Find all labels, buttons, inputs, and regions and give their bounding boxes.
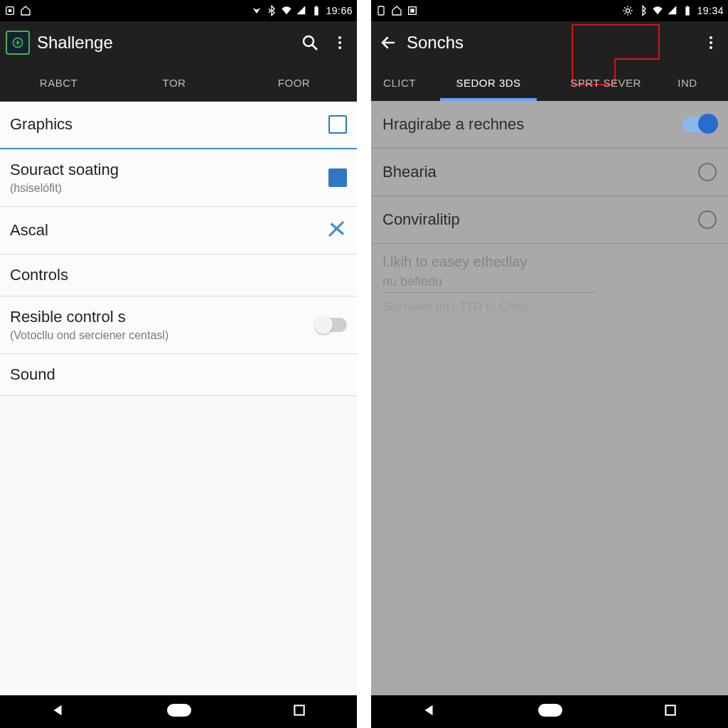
svg-point-19 [710, 41, 712, 44]
radio-conviralitip[interactable] [698, 210, 717, 229]
row-title: Bhearia [382, 163, 437, 181]
row-resible[interactable]: Resible control s (Votocllu ond serciene… [0, 296, 357, 354]
nav-back[interactable] [422, 702, 437, 721]
phone-left: 19:66 Shallenge RABCT TOR FOOR Graphics [0, 0, 357, 728]
phone-divider [357, 0, 371, 728]
tab-foor[interactable]: FOOR [231, 64, 357, 101]
row-controls[interactable]: Controls [0, 255, 357, 296]
battery-icon [682, 5, 693, 16]
nav-bar [0, 695, 357, 728]
sub-line-1: I.lkih to easey ethedlay [382, 254, 717, 270]
clear-ascal[interactable] [326, 218, 347, 242]
checkbox-souract[interactable] [328, 168, 347, 187]
battery-icon [311, 5, 322, 16]
clock: 19:34 [697, 5, 724, 16]
svg-rect-17 [687, 6, 689, 6]
svg-point-20 [710, 46, 712, 49]
app-title: Shallenge [37, 33, 113, 53]
row-title: Controls [10, 266, 68, 284]
search-icon [301, 34, 318, 51]
svg-rect-11 [294, 705, 304, 714]
wifi-icon [652, 5, 663, 16]
clock: 19:66 [326, 5, 353, 16]
svg-rect-1 [9, 9, 11, 12]
sim-icon [375, 5, 387, 16]
nav-home[interactable] [538, 704, 562, 719]
tab-bar: CLICT SEDOR 3DS SPRT SEVER IND [371, 64, 728, 101]
radio-bhearia[interactable] [698, 163, 717, 181]
tab-tor[interactable]: TOR [117, 64, 231, 101]
square-recent-icon [663, 703, 678, 717]
triangle-back-icon [50, 702, 66, 718]
square-recent-icon [292, 703, 306, 717]
row-title: Resible control s [10, 308, 168, 326]
svg-rect-10 [167, 704, 191, 717]
phone-right: 19:34 Sonchs CLICT SEDOR 3DS SPRT SEVER … [371, 0, 728, 728]
row-title: Conviralitip [382, 210, 460, 229]
svg-point-18 [710, 36, 712, 39]
row-subtitle: (hsiselófit) [10, 182, 119, 195]
row-title: Souract soating [10, 161, 119, 179]
tab-rabct[interactable]: RABCT [0, 64, 117, 101]
row-title: Graphics [10, 115, 73, 134]
svg-rect-16 [686, 7, 690, 16]
row-ascal[interactable]: Ascal [0, 207, 357, 255]
row-souract[interactable]: Souract soating (hsiselófit) [0, 149, 357, 207]
cast-icon [251, 5, 262, 16]
row-conviralitip[interactable]: Conviralitip [371, 196, 728, 244]
status-bar: 19:34 [371, 0, 728, 21]
sub-line-2: nu befiedu [382, 274, 596, 293]
checkbox-graphics[interactable] [328, 115, 347, 134]
svg-rect-2 [315, 7, 318, 16]
sub-text-block: I.lkih to easey ethedlay nu befiedu Slom… [371, 244, 728, 317]
status-bar: 19:66 [0, 0, 357, 21]
tab-ind[interactable]: IND [663, 64, 712, 101]
wifi-icon [281, 5, 292, 16]
bluetooth-icon [266, 5, 277, 16]
row-bhearia[interactable]: Bhearia [371, 149, 728, 196]
tab-clict[interactable]: CLICT [371, 64, 428, 101]
pill-home-icon [538, 704, 562, 717]
app-title: Sonchs [407, 33, 464, 53]
annotation-box [616, 58, 660, 60]
row-title: Ascal [10, 221, 48, 240]
nav-back[interactable] [50, 702, 66, 721]
svg-rect-3 [316, 6, 318, 6]
svg-point-8 [338, 41, 341, 44]
nav-home[interactable] [167, 704, 191, 719]
tab-bar: RABCT TOR FOOR [0, 64, 357, 101]
search-button[interactable] [299, 31, 321, 54]
settings-list: Hragirabe a rechnes Bhearia Conviralitip… [371, 101, 728, 695]
gear-icon [622, 5, 633, 16]
pill-home-icon [167, 704, 191, 717]
signal-icon [296, 5, 307, 16]
tab-sedor-3ds[interactable]: SEDOR 3DS [428, 64, 549, 101]
svg-point-7 [338, 36, 341, 39]
sub-line-3: Slomived un / TTR to Cless [382, 300, 717, 314]
more-vert-icon [702, 34, 719, 51]
nav-recent[interactable] [663, 703, 678, 720]
app-bar: Sonchs [371, 21, 728, 64]
svg-rect-21 [538, 704, 562, 717]
back-button[interactable] [377, 31, 400, 54]
close-x-icon [326, 218, 347, 240]
app-logo-icon [6, 31, 30, 55]
home-icon [391, 5, 402, 16]
app-bar: Shallenge [0, 21, 357, 64]
row-title: Sound [10, 365, 55, 384]
row-graphics[interactable]: Graphics [0, 101, 357, 149]
row-sound[interactable]: Sound [0, 354, 357, 396]
switch-hragirabe[interactable] [682, 117, 717, 132]
tab-sprt-sever[interactable]: SPRT SEVER [549, 64, 663, 101]
nav-recent[interactable] [292, 703, 306, 720]
settings-list: Graphics Souract soating (hsiselófit) As… [0, 101, 357, 695]
switch-resible[interactable] [316, 318, 347, 332]
triangle-back-icon [422, 702, 437, 718]
overflow-button[interactable] [700, 31, 722, 54]
row-hragirabe[interactable]: Hragirabe a rechnes [371, 101, 728, 149]
svg-rect-12 [378, 6, 384, 15]
overflow-button[interactable] [328, 31, 351, 54]
svg-rect-22 [665, 705, 675, 714]
home-icon [20, 5, 31, 16]
bluetooth-icon [637, 5, 648, 16]
